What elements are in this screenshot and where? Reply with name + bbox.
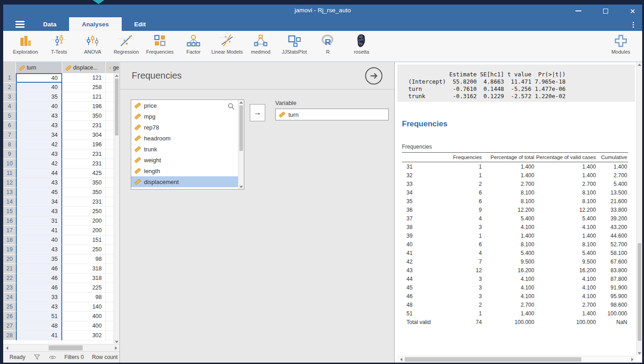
cell-displacement[interactable]: 196 xyxy=(62,102,106,111)
cell-turn[interactable]: 41 xyxy=(16,331,62,340)
tab-data[interactable]: Data xyxy=(30,17,69,31)
cell-turn[interactable]: 44 xyxy=(16,169,62,178)
row-number[interactable]: 25 xyxy=(3,302,16,312)
cell-turn[interactable]: 43 xyxy=(16,178,62,188)
tab-edit[interactable]: Edit xyxy=(122,17,159,31)
cell-displacement[interactable]: 302 xyxy=(62,331,106,340)
ribbon-exploration-button[interactable]: Exploration xyxy=(9,34,42,55)
cell-turn[interactable]: 33 xyxy=(16,293,62,302)
scroll-left-icon[interactable] xyxy=(398,356,404,363)
visibility-button[interactable] xyxy=(49,354,56,360)
listbox-scroll-thumb[interactable] xyxy=(239,105,243,151)
cell-displacement[interactable]: 231 xyxy=(62,121,106,130)
cell-displacement[interactable]: 231 xyxy=(62,159,106,169)
cell-turn[interactable]: 40 xyxy=(16,102,62,111)
cell-displacement[interactable]: 200 xyxy=(62,226,106,235)
hamburger-menu-button[interactable] xyxy=(10,17,30,31)
row-number[interactable]: 27 xyxy=(3,321,16,331)
cell-turn[interactable]: 42 xyxy=(16,140,62,150)
list-item[interactable]: length xyxy=(131,165,244,176)
scroll-down-icon[interactable] xyxy=(637,351,642,355)
ribbon-ttests-button[interactable]: T-Tests xyxy=(42,34,76,55)
cell-displacement[interactable]: 200 xyxy=(62,216,106,226)
assign-variable-button[interactable]: → xyxy=(250,104,265,121)
row-number[interactable]: 5 xyxy=(3,111,16,121)
cell-turn[interactable]: 46 xyxy=(16,283,62,293)
cell-turn[interactable]: 42 xyxy=(16,159,62,169)
cell-displacement[interactable]: 231 xyxy=(62,150,106,159)
tab-analyses[interactable]: Analyses xyxy=(69,17,121,31)
cell-displacement[interactable]: 121 xyxy=(62,73,106,83)
cell-turn[interactable]: 40 xyxy=(16,73,62,83)
cell-turn[interactable]: 46 xyxy=(16,264,62,274)
row-number[interactable]: 1 xyxy=(3,73,16,83)
assigned-variable-box[interactable]: turn xyxy=(275,109,389,120)
ribbon-medmod-button[interactable]: medmod xyxy=(244,34,277,55)
cell-displacement[interactable]: 258 xyxy=(62,83,106,92)
row-number[interactable]: 2 xyxy=(3,83,16,92)
list-item[interactable]: weight xyxy=(131,155,244,165)
cell-turn[interactable]: 43 xyxy=(16,207,62,216)
list-item[interactable]: displacement xyxy=(131,176,244,187)
ribbon-modules-button[interactable]: Modules xyxy=(604,34,638,55)
cell-displacement[interactable]: 350 xyxy=(62,111,106,121)
ribbon-rosetta-button[interactable]: Δβ x γσ bμ rosetta xyxy=(345,34,378,55)
cell-displacement[interactable]: 318 xyxy=(62,264,106,274)
cell-turn[interactable]: 43 xyxy=(16,150,62,159)
row-number[interactable]: 21 xyxy=(3,264,16,274)
scroll-right-icon[interactable] xyxy=(629,356,635,363)
cell-displacement[interactable]: 225 xyxy=(62,283,106,293)
cell-displacement[interactable]: 400 xyxy=(62,321,106,331)
sheet-hscroll-thumb[interactable] xyxy=(49,345,83,350)
sheet-vertical-scrollbar[interactable] xyxy=(114,73,119,344)
row-number[interactable]: 16 xyxy=(3,216,16,226)
ribbon-linear-models-button[interactable]: Linear Models xyxy=(210,34,244,55)
listbox-scrollbar[interactable] xyxy=(238,100,244,189)
cell-turn[interactable]: 34 xyxy=(16,197,62,207)
row-number[interactable]: 3 xyxy=(3,92,16,102)
cell-displacement[interactable]: 151 xyxy=(62,235,106,245)
ribbon-factor-button[interactable]: Factor xyxy=(177,34,210,55)
results-vscroll-thumb[interactable] xyxy=(638,243,641,341)
row-number[interactable]: 22 xyxy=(3,274,16,283)
ribbon-jjstatsplot-button[interactable]: JJStatsPlot xyxy=(277,34,311,55)
row-number[interactable]: 20 xyxy=(3,254,16,264)
cell-turn[interactable]: 40 xyxy=(16,83,62,92)
list-item[interactable]: rep78 xyxy=(131,122,244,133)
cell-displacement[interactable]: 140 xyxy=(62,302,106,312)
r-output-block[interactable]: Estimate SE[hc1] t value Pr(>|t|) (Inter… xyxy=(397,65,635,102)
row-number[interactable]: 26 xyxy=(3,312,16,321)
cell-turn[interactable]: 43 xyxy=(16,245,62,254)
scroll-left-icon[interactable] xyxy=(4,344,10,351)
row-number[interactable]: 9 xyxy=(3,150,16,159)
cell-displacement[interactable]: 304 xyxy=(62,130,106,140)
ribbon-r-button[interactable]: R R xyxy=(311,34,345,55)
list-item[interactable]: mpg xyxy=(131,111,244,122)
cell-turn[interactable]: 41 xyxy=(16,226,62,235)
cell-turn[interactable]: 46 xyxy=(16,274,62,283)
row-number[interactable]: 23 xyxy=(3,283,16,293)
column-header-gear[interactable]: ge xyxy=(106,62,119,73)
sheet-corner-cell[interactable] xyxy=(3,62,16,73)
scroll-right-icon[interactable] xyxy=(113,344,119,351)
sheet-vscroll-thumb[interactable] xyxy=(115,79,119,135)
cell-turn[interactable]: 31 xyxy=(16,216,62,226)
row-number[interactable]: 17 xyxy=(3,226,16,235)
close-button[interactable]: ✕ xyxy=(628,6,638,16)
scroll-up-icon[interactable] xyxy=(238,100,244,105)
column-header-displacement[interactable]: displace... xyxy=(62,62,106,73)
cell-turn[interactable]: 34 xyxy=(16,130,62,140)
cell-displacement[interactable]: 425 xyxy=(62,169,106,178)
column-header-turn[interactable]: turn xyxy=(16,62,62,73)
scroll-down-icon[interactable] xyxy=(238,184,244,189)
row-number[interactable]: 4 xyxy=(3,102,16,111)
collapse-analysis-button[interactable] xyxy=(365,67,382,85)
cell-displacement[interactable]: 196 xyxy=(62,140,106,150)
row-number[interactable]: 11 xyxy=(3,169,16,178)
cell-turn[interactable]: 43 xyxy=(16,121,62,130)
cell-turn[interactable]: 35 xyxy=(16,254,62,264)
row-number[interactable]: 24 xyxy=(3,293,16,302)
cell-displacement[interactable]: 400 xyxy=(62,312,106,321)
cell-displacement[interactable]: 231 xyxy=(62,197,106,207)
cell-displacement[interactable]: 121 xyxy=(62,92,106,102)
